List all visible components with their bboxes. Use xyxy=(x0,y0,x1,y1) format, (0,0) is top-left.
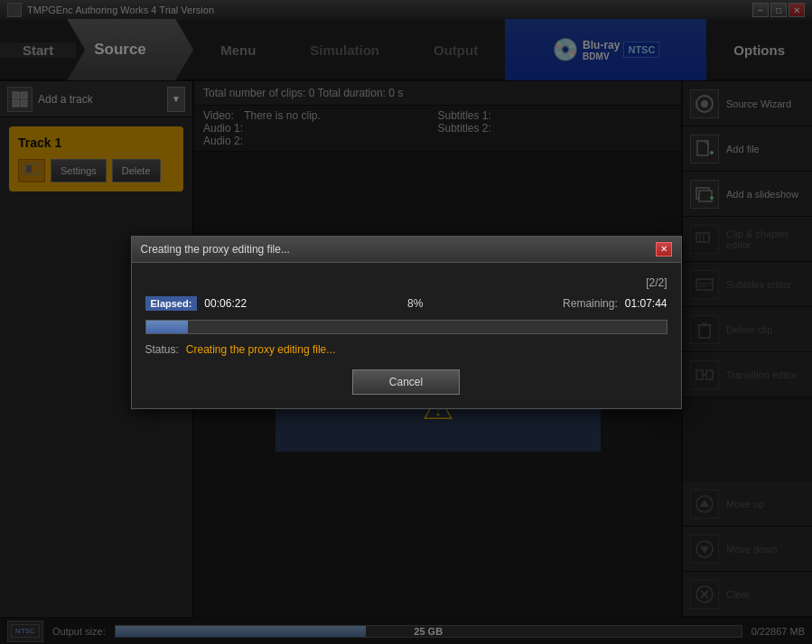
dialog-progress-fill xyxy=(146,321,188,333)
remaining-label: Remaining: xyxy=(563,297,618,310)
remaining-value: 01:07:44 xyxy=(625,297,667,310)
dialog-close-button[interactable]: ✕ xyxy=(656,242,672,257)
dialog-title-text: Creating the proxy editing file... xyxy=(141,243,290,256)
progress-pct: 8% xyxy=(275,297,555,310)
elapsed-row: Elapsed: 00:06:22 8% Remaining: 01:07:44 xyxy=(145,296,667,311)
dialog-body: [2/2] Elapsed: 00:06:22 8% Remaining: 01… xyxy=(132,263,681,408)
status-label: Status: xyxy=(145,343,179,356)
cancel-button[interactable]: Cancel xyxy=(352,369,460,395)
status-value: Creating the proxy editing file... xyxy=(186,343,335,356)
dialog-title-bar: Creating the proxy editing file... ✕ xyxy=(132,237,681,263)
status-row: Status: Creating the proxy editing file.… xyxy=(145,343,667,356)
dialog-counter: [2/2] xyxy=(145,276,667,289)
elapsed-value: 00:06:22 xyxy=(204,297,267,310)
dialog-progress-bar xyxy=(145,320,667,334)
dialog-overlay: Creating the proxy editing file... ✕ [2/… xyxy=(0,0,812,644)
dialog: Creating the proxy editing file... ✕ [2/… xyxy=(131,236,682,409)
elapsed-label: Elapsed: xyxy=(145,296,198,311)
